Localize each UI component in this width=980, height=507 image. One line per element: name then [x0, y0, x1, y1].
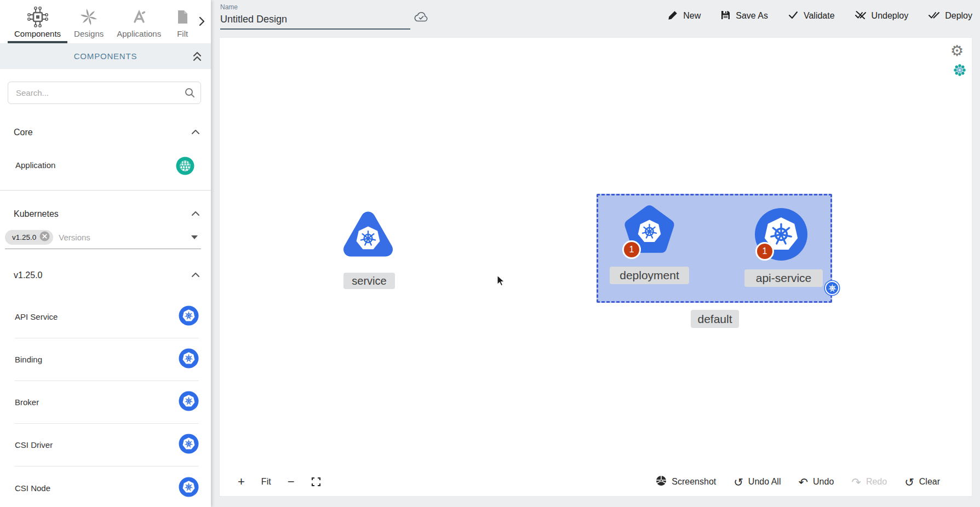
undo-all-icon: ↺: [733, 476, 743, 488]
divider: [0, 190, 211, 191]
meshery-designer-app: Components Designs: [0, 0, 980, 507]
search-input[interactable]: [8, 82, 201, 104]
name-field-label: Name: [220, 3, 410, 11]
component-item-application[interactable]: Application: [0, 154, 211, 178]
kubernetes-icon: [179, 391, 199, 413]
tab-components-label: Components: [14, 29, 61, 41]
zoom-out-button[interactable]: −: [288, 475, 295, 489]
design-actions-toolbar: New Save As: [668, 0, 972, 32]
tab-filters[interactable]: Filt: [168, 0, 197, 43]
section-version-title: v1.25.0: [14, 270, 42, 280]
kubernetes-context-icon[interactable]: [954, 64, 966, 78]
undo-icon: ↶: [798, 476, 808, 488]
tab-applications[interactable]: Applications: [110, 0, 168, 43]
zoom-in-button[interactable]: +: [238, 475, 245, 489]
components-sidebar: Components Designs: [0, 0, 211, 507]
component-item-label: Broker: [15, 397, 39, 407]
node-service[interactable]: [340, 210, 397, 266]
floppy-icon: [720, 10, 731, 22]
version-chip-label: v1.25.0: [12, 233, 36, 241]
aperture-icon: [656, 475, 667, 488]
section-core-title: Core: [14, 128, 33, 137]
versions-placeholder: Versions: [59, 233, 90, 242]
status-badge: 1: [622, 240, 641, 259]
design-name-input[interactable]: [220, 13, 410, 30]
new-button[interactable]: New: [668, 10, 701, 22]
section-header-core[interactable]: Core: [14, 124, 200, 141]
canvas-history-controls: Screenshot ↺ Undo All ↶ Undo ↷ Redo ↺ Cl…: [656, 472, 940, 492]
design-name-field: Name: [220, 3, 410, 30]
kubernetes-icon: [179, 477, 199, 499]
double-check-slash-icon: [855, 10, 867, 22]
fit-button[interactable]: Fit: [261, 477, 271, 487]
cloud-check-icon: [414, 11, 429, 26]
tab-applications-label: Applications: [117, 29, 161, 43]
tab-components[interactable]: Components: [8, 0, 67, 43]
check-icon: [788, 10, 799, 22]
redo-button-label: Redo: [866, 477, 887, 487]
deploy-button[interactable]: Deploy: [928, 10, 972, 22]
group-connection-handle[interactable]: [825, 281, 839, 295]
redo-icon: ↷: [851, 476, 861, 488]
component-item-label: Binding: [15, 355, 42, 364]
chevron-down-icon[interactable]: [191, 235, 198, 239]
group-label-default: default: [691, 310, 739, 328]
undeploy-button[interactable]: Undeploy: [855, 10, 909, 22]
double-chevron-up-icon[interactable]: [191, 50, 203, 65]
status-badge: 1: [755, 242, 774, 261]
mouse-cursor: [495, 275, 506, 289]
node-label-service: service: [343, 273, 395, 289]
components-panel-header: COMPONENTS: [0, 43, 211, 69]
kubernetes-icon: [179, 434, 199, 456]
undeploy-button-label: Undeploy: [872, 11, 909, 21]
node-label-deployment: deployment: [610, 267, 689, 284]
section-header-kubernetes[interactable]: Kubernetes: [14, 206, 200, 222]
kubernetes-icon: [179, 348, 199, 371]
search-icon[interactable]: [184, 87, 196, 101]
component-item-label: CSI Node: [15, 483, 50, 493]
component-item-label: API Service: [15, 312, 58, 321]
save-as-button[interactable]: Save As: [720, 10, 768, 22]
section-kubernetes-title: Kubernetes: [14, 209, 59, 219]
clear-icon: ↺: [904, 476, 914, 488]
screenshot-button[interactable]: Screenshot: [656, 475, 716, 488]
meshery-application-icon: [176, 157, 194, 177]
chip-remove-icon[interactable]: [39, 231, 50, 243]
section-header-version[interactable]: v1.25.0: [14, 267, 200, 284]
gear-icon[interactable]: ⚙: [950, 42, 964, 60]
chevron-up-icon: [191, 209, 200, 219]
fullscreen-button[interactable]: [311, 477, 321, 487]
tab-filters-label: Filt: [177, 29, 188, 43]
undo-all-button[interactable]: ↺ Undo All: [733, 476, 781, 488]
double-check-icon: [928, 10, 940, 22]
redo-button: ↷ Redo: [851, 476, 887, 488]
undo-button-label: Undo: [813, 477, 834, 487]
validate-button[interactable]: Validate: [788, 10, 835, 22]
version-chip[interactable]: v1.25.0: [5, 230, 53, 245]
screenshot-button-label: Screenshot: [672, 477, 716, 487]
clear-button[interactable]: ↺ Clear: [904, 476, 940, 488]
undo-all-button-label: Undo All: [748, 477, 781, 487]
node-label-api-service: api-service: [744, 269, 823, 287]
pinwheel-icon: [79, 5, 98, 29]
chevron-up-icon: [191, 128, 200, 137]
new-button-label: New: [683, 11, 701, 21]
undo-button[interactable]: ↶ Undo: [798, 476, 834, 488]
validate-button-label: Validate: [804, 11, 835, 21]
component-item-label: Application: [15, 160, 55, 170]
component-item-csi-driver[interactable]: CSI Driver: [15, 424, 199, 466]
component-item-broker[interactable]: Broker: [15, 381, 199, 424]
pencil-icon: [668, 10, 678, 22]
canvas-zoom-controls: + Fit −: [238, 472, 321, 492]
component-item-csi-node[interactable]: CSI Node: [15, 466, 199, 507]
chip-icon: [26, 5, 49, 29]
versions-select[interactable]: v1.25.0 Versions: [5, 226, 201, 249]
tab-scroll-right-icon[interactable]: [196, 15, 208, 27]
component-item-label: CSI Driver: [15, 440, 53, 450]
tab-designs-label: Designs: [74, 29, 104, 43]
design-canvas[interactable]: ⚙ service: [219, 37, 972, 497]
component-item-binding[interactable]: Binding: [15, 338, 199, 381]
panel-title: COMPONENTS: [74, 51, 137, 61]
tab-designs[interactable]: Designs: [67, 0, 110, 43]
component-item-api-service[interactable]: API Service: [15, 296, 199, 338]
